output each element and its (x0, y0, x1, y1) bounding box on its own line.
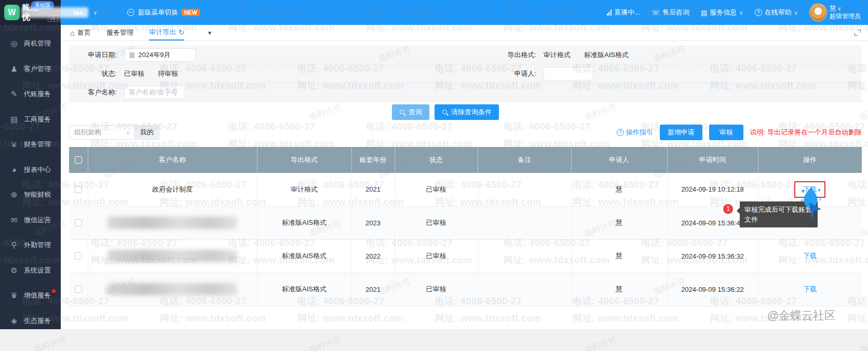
audit-button[interactable]: 审核 (709, 125, 743, 140)
column-header-申请时间: 申请时间 (667, 147, 758, 173)
tab-list-dropdown[interactable]: ▼ (207, 30, 212, 36)
menu-switch-button[interactable]: 新版菜单切换 NEW (127, 8, 200, 17)
switch-icon (127, 9, 134, 16)
filter-row-1: 申请日期: ▦ 2024年9月 导出格式: 审计格式 标准版AIS格式 (69, 46, 862, 64)
operation-guide-link[interactable]: ? 操作指引 (617, 128, 653, 137)
calendar-icon: ▦ (129, 51, 135, 59)
column-header-账套年份: 账套年份 (351, 147, 395, 173)
format-filter-label: 导出格式: (499, 50, 536, 60)
sidebar-item-智能财税[interactable]: ⊕智能财税 (0, 182, 61, 208)
applicant-cell: 慧 (571, 173, 667, 206)
account-year-cell: 2021 (351, 273, 395, 306)
download-link[interactable]: 下载 (803, 285, 817, 293)
sidebar-item-外勤管理[interactable]: ⚲外勤管理 (0, 233, 61, 258)
user-block: 慧 ∨ 超级管理员 (830, 5, 861, 20)
tab-audit-export[interactable]: 审计导出 ↻ (149, 25, 184, 40)
sidebar-item-财务管理[interactable]: ¥财务管理 (0, 132, 61, 157)
sidebar-item-生态服务[interactable]: ◈生态服务 (0, 308, 61, 334)
date-value: 2024年9月 (138, 50, 170, 60)
status-option-approved[interactable]: 已审核 (124, 69, 144, 78)
new-request-button[interactable]: 新增申请 (660, 125, 702, 140)
wechat-operation-icon: ✉ (9, 215, 19, 225)
chevron-down-icon: ∨ (126, 130, 130, 136)
org-structure-select[interactable]: 组织架构 ∨ (69, 125, 135, 140)
company-selector[interactable]: tes ∨ (71, 7, 97, 18)
table-row: 标准版AIS格式2022已审核慧2024-09-09 15:36:32下载 (69, 239, 862, 273)
refresh-icon[interactable]: ↻ (179, 29, 184, 36)
service-info-menu[interactable]: ▤ 服务信息 ∨ (701, 8, 743, 17)
row-checkbox[interactable] (75, 252, 82, 260)
row-checkbox[interactable] (75, 186, 82, 193)
sidebar-item-label: 工商服务 (24, 115, 51, 124)
chevron-down-icon: ∨ (739, 10, 743, 16)
sidebar-item-系统设置[interactable]: ⚙系统设置 (0, 258, 61, 284)
report-center-icon: ◕ (9, 165, 19, 174)
column-header-操作: 操作 (758, 147, 862, 173)
sidebar-item-商机管理[interactable]: ◎商机管理 (0, 31, 61, 57)
tab-home-label: 首页 (77, 28, 91, 37)
expand-icon[interactable] (855, 30, 861, 36)
clear-query-button[interactable]: 清除查询条件 (435, 104, 499, 120)
filter-panel: 申请日期: ▦ 2024年9月 导出格式: 审计格式 标准版AIS格式 状态: … (69, 46, 862, 102)
query-button[interactable]: 查询 (392, 104, 429, 120)
tab-service[interactable]: 服务管理 (106, 25, 133, 40)
chevron-down-icon: ∨ (837, 6, 841, 11)
user-name: 慧 (830, 5, 836, 12)
status-cell: 已审核 (395, 239, 478, 273)
menu-switch-label: 新版菜单切换 (138, 8, 178, 17)
sidebar-item-增值服务[interactable]: ♛增值服务 (0, 283, 61, 308)
status-cell: 已审核 (395, 173, 478, 206)
format-option-audit[interactable]: 审计格式 (544, 50, 571, 60)
sidebar-item-label: 商机管理 (24, 39, 51, 48)
value-added-service-icon: ♛ (9, 291, 19, 300)
online-help-menu[interactable]: ? 在线帮助 ∨ (755, 8, 798, 17)
app-logo-icon: W (4, 5, 20, 20)
download-link[interactable]: 下载 (803, 252, 817, 260)
sidebar-item-label: 生态服务 (24, 316, 51, 326)
after-sales-label: 售后咨询 (662, 8, 689, 17)
page-background-footer (0, 329, 868, 351)
bookkeeping-service-icon: ✎ (9, 89, 19, 99)
avatar (809, 4, 827, 21)
user-menu[interactable]: 慧 ∨ 超级管理员 (809, 4, 861, 21)
note-cell (478, 173, 571, 206)
org-select-value: 组织架构 (74, 128, 101, 137)
sidebar-menu: ◎商机管理♟客户管理✎代账服务▤工商服务¥财务管理◕报表中心⊕智能财税✉微信运营… (0, 25, 61, 333)
customer-search-input[interactable] (124, 86, 184, 99)
mine-button[interactable]: 我的 (134, 125, 159, 140)
tab-home[interactable]: ⌂ 首页 (70, 25, 91, 40)
customer-name-cell: 政府会计制度 (88, 173, 257, 206)
sidebar-item-客户管理[interactable]: ♟客户管理 (0, 57, 61, 82)
sidebar-item-工商服务[interactable]: ▤工商服务 (0, 107, 61, 132)
row-checkbox[interactable] (75, 286, 82, 293)
filter-row-2: 状态: 已审核 待审核 申请人: (69, 64, 862, 83)
sidebar-item-微信运营[interactable]: ✉微信运营 (0, 208, 61, 233)
select-all-checkbox[interactable] (75, 156, 82, 164)
live-button[interactable]: 直播中... (607, 8, 640, 17)
sidebar-item-代账服务[interactable]: ✎代账服务 (0, 82, 61, 107)
table-header-row: 客户名称导出格式账套年份状态备注申请人申请时间操作 (69, 147, 862, 173)
note-cell (478, 239, 571, 273)
action-cell: 下载 (758, 239, 862, 273)
new-badge: NEW (181, 9, 200, 16)
date-picker[interactable]: ▦ 2024年9月 (124, 48, 196, 62)
filter-row-3: 客户名称: (69, 83, 862, 102)
status-option-pending[interactable]: 待审核 (158, 69, 178, 78)
clear-button-label: 清除查询条件 (451, 107, 492, 117)
business-registration-icon: ▤ (9, 115, 19, 124)
after-sales-button[interactable]: ☏ 售后咨询 (652, 8, 689, 17)
question-circle-icon: ? (617, 129, 624, 136)
online-help-label: 在线帮助 (765, 8, 792, 17)
row-checkbox-cell (69, 273, 88, 306)
sidebar-item-报表中心[interactable]: ◕报表中心 (0, 157, 61, 183)
row-checkbox[interactable] (75, 219, 82, 226)
format-option-ais[interactable]: 标准版AIS格式 (584, 50, 629, 60)
applicant-filter-label: 申请人: (499, 69, 536, 78)
sidebar-item-label: 财务管理 (24, 140, 51, 149)
account-year-cell: 2023 (351, 206, 395, 239)
status-cell: 已审核 (395, 273, 478, 306)
action-cell: 下载 (758, 273, 862, 306)
applicant-input[interactable] (544, 67, 593, 80)
row-checkbox-cell (69, 173, 88, 206)
sidebar-item-label: 代账服务 (24, 89, 51, 99)
